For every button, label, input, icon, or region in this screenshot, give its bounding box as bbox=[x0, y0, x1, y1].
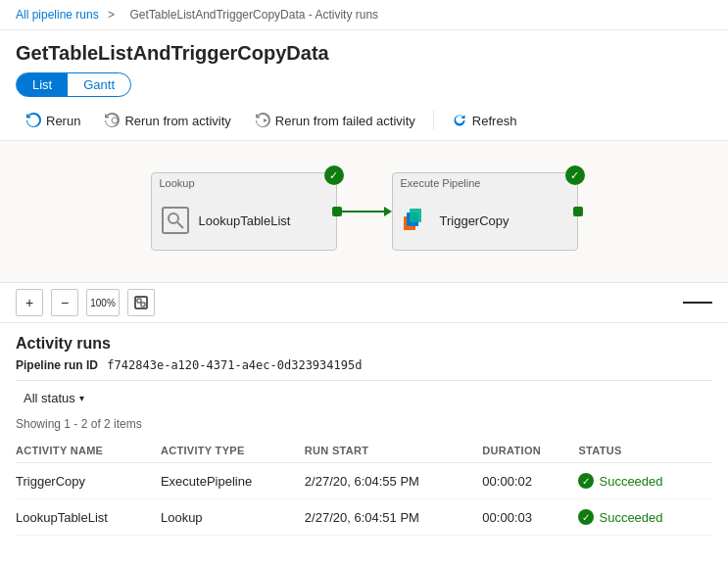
activity-runs-table: ACTIVITY NAME ACTIVITY TYPE RUN START DU… bbox=[16, 439, 712, 536]
table-row[interactable]: TriggerCopy ExecutePipeline 2/27/20, 6:0… bbox=[16, 463, 712, 499]
svg-line-3 bbox=[177, 222, 183, 228]
view-tabs: List Gantt bbox=[16, 72, 131, 97]
pipeline-connector bbox=[337, 207, 392, 216]
col-status: STATUS bbox=[578, 439, 712, 463]
activity-execute-name: TriggerCopy bbox=[440, 213, 510, 228]
col-duration: DURATION bbox=[482, 439, 578, 463]
status-filter-dropdown[interactable]: All status ▾ bbox=[16, 387, 92, 409]
lookup-success-badge: ✓ bbox=[324, 165, 344, 185]
cell-activity-name: LookupTableList bbox=[16, 499, 161, 536]
activity-runs-section: Activity runs Pipeline run ID f742843e-a… bbox=[0, 323, 728, 536]
cell-run-start: 2/27/20, 6:04:55 PM bbox=[305, 463, 483, 499]
tab-bar: List Gantt bbox=[0, 72, 728, 105]
reset-view-button[interactable] bbox=[127, 289, 155, 316]
activity-runs-title: Activity runs bbox=[16, 335, 712, 353]
col-activity-type: ACTIVITY TYPE bbox=[161, 439, 305, 463]
breadcrumb-current: GetTableListAndTriggerCopyData - Activit… bbox=[129, 8, 378, 22]
table-header-row: ACTIVITY NAME ACTIVITY TYPE RUN START DU… bbox=[16, 439, 712, 463]
svg-point-0 bbox=[112, 118, 118, 123]
svg-rect-8 bbox=[137, 299, 141, 303]
pipeline-diagram: Lookup LookupTableList ✓ bbox=[0, 141, 728, 283]
svg-rect-6 bbox=[410, 209, 421, 222]
execute-pipeline-icon bbox=[401, 205, 432, 236]
activity-lookup-header: Lookup bbox=[152, 173, 336, 191]
page-title: GetTableListAndTriggerCopyData bbox=[0, 30, 728, 72]
rerun-from-activity-icon bbox=[104, 113, 120, 128]
cell-run-start: 2/27/20, 6:04:51 PM bbox=[305, 499, 483, 536]
breadcrumb-separator: > bbox=[108, 8, 115, 22]
status-text: Succeeded bbox=[599, 510, 662, 525]
execute-success-badge: ✓ bbox=[565, 165, 585, 185]
breadcrumb: All pipeline runs > GetTableListAndTrigg… bbox=[0, 0, 728, 30]
cell-activity-type: ExecutePipeline bbox=[161, 463, 305, 499]
refresh-icon bbox=[452, 113, 467, 128]
all-pipeline-runs-link[interactable]: All pipeline runs bbox=[16, 8, 99, 22]
diagram-controls: + − 100% bbox=[0, 283, 728, 323]
pipeline-run-id-label: Pipeline run ID bbox=[16, 358, 98, 372]
tab-list[interactable]: List bbox=[17, 73, 68, 96]
diagram-divider bbox=[683, 302, 712, 304]
table-row[interactable]: LookupTableList Lookup 2/27/20, 6:04:51 … bbox=[16, 499, 712, 536]
activity-execute-header: Execute Pipeline bbox=[393, 173, 577, 191]
cell-status: ✓ Succeeded bbox=[578, 499, 712, 536]
fit-label: 100% bbox=[90, 298, 116, 308]
cell-status: ✓ Succeeded bbox=[578, 463, 712, 499]
activity-lookup-name: LookupTableList bbox=[199, 213, 291, 228]
status-text: Succeeded bbox=[599, 474, 662, 489]
pipeline-run-id-row: Pipeline run ID f742843e-a120-4371-a4ec-… bbox=[16, 358, 712, 372]
fit-button[interactable]: 100% bbox=[86, 289, 120, 316]
filter-chevron-icon: ▾ bbox=[79, 393, 84, 403]
col-activity-name: ACTIVITY NAME bbox=[16, 439, 161, 463]
filter-bar: All status ▾ bbox=[16, 380, 712, 413]
col-run-start: RUN START bbox=[305, 439, 483, 463]
lookup-activity-icon bbox=[160, 205, 191, 236]
toolbar: Rerun Rerun from activity Rerun from fai… bbox=[0, 105, 728, 141]
svg-rect-1 bbox=[163, 208, 188, 233]
toolbar-separator bbox=[433, 111, 434, 130]
status-success-icon: ✓ bbox=[578, 473, 594, 489]
rerun-button[interactable]: Rerun bbox=[16, 109, 90, 132]
cell-activity-type: Lookup bbox=[161, 499, 305, 536]
svg-rect-9 bbox=[141, 303, 145, 307]
tab-gantt[interactable]: Gantt bbox=[68, 73, 130, 96]
cell-duration: 00:00:03 bbox=[482, 499, 578, 536]
rerun-from-failed-icon bbox=[255, 113, 270, 128]
activity-execute-pipeline[interactable]: Execute Pipeline TriggerCopy ✓ bbox=[392, 172, 578, 251]
showing-info: Showing 1 - 2 of 2 items bbox=[16, 413, 712, 439]
rerun-from-failed-button[interactable]: Rerun from failed activity bbox=[245, 109, 425, 132]
cell-activity-name: TriggerCopy bbox=[16, 463, 161, 499]
rerun-from-activity-button[interactable]: Rerun from activity bbox=[94, 109, 240, 132]
execute-right-connector bbox=[573, 207, 583, 216]
rerun-icon bbox=[25, 113, 41, 128]
pipeline-run-id-value: f742843e-a120-4371-a4ec-0d323934195d bbox=[107, 358, 362, 372]
cell-duration: 00:00:02 bbox=[482, 463, 578, 499]
filter-label: All status bbox=[24, 391, 75, 405]
refresh-button[interactable]: Refresh bbox=[442, 109, 527, 132]
zoom-in-button[interactable]: + bbox=[16, 289, 43, 316]
zoom-out-button[interactable]: − bbox=[51, 289, 78, 316]
svg-point-2 bbox=[169, 213, 178, 223]
status-success-icon: ✓ bbox=[578, 509, 594, 525]
activity-lookup[interactable]: Lookup LookupTableList ✓ bbox=[151, 172, 337, 251]
